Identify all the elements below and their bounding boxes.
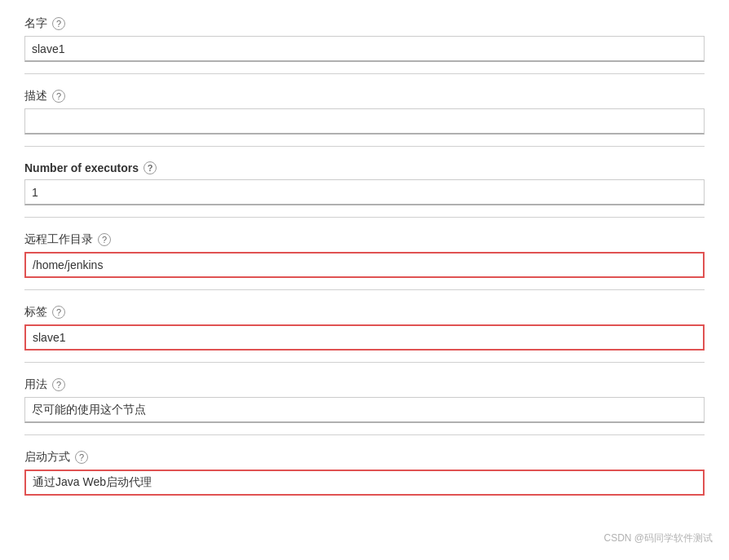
name-help-icon[interactable]: ? — [52, 17, 65, 30]
tags-section: 标签 ? — [24, 305, 705, 363]
page-container: 名字 ? 描述 ? Number of executors ? 远程工作目录 ? — [0, 0, 729, 560]
name-label-text: 名字 — [24, 16, 47, 31]
launch-section: 启动方式 ? — [24, 450, 705, 496]
watermark-text: CSDN @码同学软件测试 — [603, 532, 713, 544]
usage-help-icon[interactable]: ? — [52, 378, 65, 391]
remote-dir-label-text: 远程工作目录 — [24, 232, 93, 247]
launch-input[interactable] — [24, 470, 705, 496]
usage-label: 用法 ? — [24, 377, 705, 392]
remote-dir-section: 远程工作目录 ? — [24, 232, 705, 290]
executors-input[interactable] — [24, 179, 705, 205]
usage-input[interactable] — [24, 397, 705, 423]
usage-label-text: 用法 — [24, 377, 47, 392]
name-label: 名字 ? — [24, 16, 705, 31]
tags-label-text: 标签 — [24, 305, 47, 320]
desc-label: 描述 ? — [24, 89, 705, 104]
executors-section: Number of executors ? — [24, 161, 705, 218]
watermark: CSDN @码同学软件测试 — [603, 531, 713, 545]
usage-divider — [24, 434, 705, 435]
executors-label: Number of executors ? — [24, 161, 705, 174]
launch-label: 启动方式 ? — [24, 450, 705, 465]
desc-input[interactable] — [24, 108, 705, 134]
name-section: 名字 ? — [24, 16, 705, 74]
tags-label: 标签 ? — [24, 305, 705, 320]
remote-dir-help-icon[interactable]: ? — [98, 233, 111, 246]
remote-dir-input[interactable] — [24, 252, 705, 278]
executors-label-text: Number of executors — [24, 161, 139, 174]
name-input[interactable] — [24, 36, 705, 62]
executors-help-icon[interactable]: ? — [144, 161, 157, 174]
remote-dir-label: 远程工作目录 ? — [24, 232, 705, 247]
tags-help-icon[interactable]: ? — [52, 306, 65, 319]
launch-label-text: 启动方式 — [24, 450, 70, 465]
desc-help-icon[interactable]: ? — [52, 90, 65, 103]
executors-divider — [24, 217, 705, 218]
desc-section: 描述 ? — [24, 89, 705, 147]
desc-divider — [24, 146, 705, 147]
tags-input[interactable] — [24, 324, 705, 351]
desc-label-text: 描述 — [24, 89, 47, 104]
name-divider — [24, 73, 705, 74]
launch-help-icon[interactable]: ? — [75, 451, 88, 464]
tags-divider — [24, 362, 705, 363]
usage-section: 用法 ? — [24, 377, 705, 435]
remote-dir-divider — [24, 289, 705, 290]
